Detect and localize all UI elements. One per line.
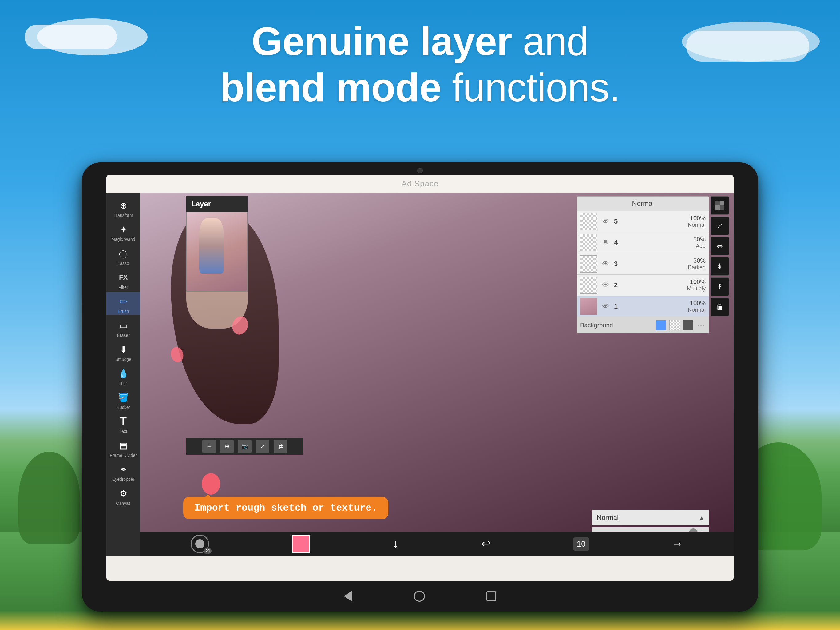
layer-row-1[interactable]: 👁 1 100% Normal <box>577 296 709 317</box>
checker-tool-icon[interactable] <box>711 196 729 215</box>
layer-2-mode: Multiply <box>687 285 706 292</box>
brush-size-control[interactable]: 20 <box>191 535 209 553</box>
app-content: Ad Space ⊕ Transform ✦ Magic Wand ◌ Lass… <box>106 175 734 581</box>
brush-dot <box>195 539 204 548</box>
dropdown-arrow-icon: ▲ <box>699 514 704 521</box>
tool-frame-divider[interactable]: ▤ Frame Divider <box>106 436 140 459</box>
delete-icon[interactable]: 🗑 <box>711 298 729 316</box>
layer-more-button[interactable]: ⋯ <box>696 321 706 330</box>
download-icon[interactable]: ↓ <box>393 537 398 550</box>
headline-bold1: Genuine layer <box>251 19 512 64</box>
tool-eyedropper[interactable]: ✒ Eyedropper <box>106 460 140 483</box>
layer-add-btn[interactable]: + <box>202 440 216 453</box>
layer-1-eye[interactable]: 👁 <box>600 301 611 312</box>
lasso-label: Lasso <box>117 261 129 266</box>
tool-lasso[interactable]: ◌ Lasso <box>106 244 140 267</box>
canvas-bottom-toolbar: 20 ↓ ↩ 10 → <box>140 532 734 556</box>
tablet-outer: Ad Space ⊕ Transform ✦ Magic Wand ◌ Lass… <box>82 162 758 611</box>
normal-dropdown[interactable]: Normal ▲ <box>592 510 709 526</box>
tablet-screen: Ad Space ⊕ Transform ✦ Magic Wand ◌ Lass… <box>106 175 734 581</box>
canvas-area[interactable]: Layer Normal <box>140 193 734 556</box>
tool-brush[interactable]: ✏ Brush <box>106 292 140 315</box>
brush-icon: ✏ <box>117 295 130 308</box>
layer-4-info: 50% Add <box>624 236 706 250</box>
brush-label: Brush <box>118 309 129 314</box>
right-arrow-icon[interactable]: → <box>672 537 683 550</box>
move-down-icon[interactable]: ↡ <box>711 257 729 275</box>
layer-camera-btn[interactable]: 📷 <box>238 440 251 453</box>
headline-light1: and <box>512 19 589 64</box>
tablet-camera <box>417 168 423 174</box>
svg-rect-3 <box>715 206 720 210</box>
layer-5-opacity: 100% <box>690 215 706 222</box>
headline-light2: functions. <box>441 65 620 110</box>
magic-wand-label: Magic Wand <box>111 237 135 242</box>
tool-blur[interactable]: 💧 Blur <box>106 364 140 387</box>
layer-2-info: 100% Multiply <box>624 279 706 292</box>
tool-eraser[interactable]: ▭ Eraser <box>106 316 140 339</box>
magic-wand-icon: ✦ <box>117 223 130 236</box>
layer-row-4[interactable]: 👁 4 50% Add <box>577 232 709 253</box>
lasso-icon: ◌ <box>117 247 130 260</box>
layer-1-opacity: 100% <box>690 300 706 307</box>
layer-copy-btn[interactable]: ⊕ <box>220 440 234 453</box>
page-counter: 10 <box>573 537 589 551</box>
blur-icon: 💧 <box>117 367 130 380</box>
move-up-icon[interactable]: ↟ <box>711 277 729 296</box>
tooltip-bubble: Import rough sketch or texture. <box>183 497 388 519</box>
layer-3-opacity: 30% <box>693 257 706 264</box>
bg-color-blue[interactable] <box>656 320 666 330</box>
blur-label: Blur <box>120 381 127 386</box>
layer-thumbnail <box>186 212 248 291</box>
undo-icon[interactable]: ↩ <box>481 537 490 550</box>
flip-icon[interactable]: ⇔ <box>711 237 729 255</box>
filter-icon: FX <box>117 271 130 284</box>
layer-row-2[interactable]: 👁 2 100% Multiply <box>577 275 709 296</box>
tool-smudge[interactable]: ⬇ Smudge <box>106 340 140 363</box>
nav-back-icon[interactable] <box>344 590 352 602</box>
nav-recent-icon[interactable] <box>486 591 496 601</box>
ad-bar-text: Ad Space <box>401 179 439 188</box>
nav-home-icon[interactable] <box>414 590 425 602</box>
tool-bucket[interactable]: 🪣 Bucket <box>106 388 140 411</box>
layer-btn-row: + ⊕ 📷 ⤢ ⇄ <box>186 438 303 455</box>
layer-merge-btn[interactable]: ⇄ <box>274 440 287 453</box>
layer-5-eye[interactable]: 👁 <box>600 216 611 227</box>
svg-rect-0 <box>715 201 720 206</box>
layer-4-thumb <box>580 234 597 251</box>
tool-filter[interactable]: FX Filter <box>106 268 140 291</box>
tool-transform[interactable]: ⊕ Transform <box>106 196 140 219</box>
normal-dropdown-label: Normal <box>597 514 696 522</box>
color-swatch[interactable] <box>292 535 310 553</box>
left-toolbar: ⊕ Transform ✦ Magic Wand ◌ Lasso FX Filt… <box>106 193 140 556</box>
ad-bar: Ad Space <box>106 175 734 193</box>
layer-5-info: 100% Normal <box>624 215 706 228</box>
layer-3-eye[interactable]: 👁 <box>600 259 611 269</box>
tooltip-text: Import rough sketch or texture. <box>194 502 377 514</box>
eyedropper-label: Eyedropper <box>112 477 134 482</box>
layer-row-3[interactable]: 👁 3 30% Darken <box>577 253 709 275</box>
text-icon: T <box>117 415 130 428</box>
layer-4-eye[interactable]: 👁 <box>600 237 611 248</box>
headline-bold2: blend mode <box>220 65 441 110</box>
layer-import-btn[interactable]: ⤢ <box>256 440 269 453</box>
layer-1-thumb <box>580 298 597 315</box>
layer-5-mode: Normal <box>688 222 706 228</box>
layer-5-thumb <box>580 213 597 230</box>
tool-text[interactable]: T Text <box>106 412 140 435</box>
tooltip-arrow <box>205 491 211 497</box>
layer-row-5[interactable]: 👁 5 100% Normal <box>577 211 709 232</box>
tablet: Ad Space ⊕ Transform ✦ Magic Wand ◌ Lass… <box>82 162 758 611</box>
bg-checker[interactable] <box>669 320 680 330</box>
bg-dark[interactable] <box>683 320 693 330</box>
tool-canvas[interactable]: ⚙ Canvas <box>106 484 140 507</box>
layer-4-num: 4 <box>614 239 621 247</box>
layer-1-mode: Normal <box>688 307 706 313</box>
tool-magic-wand[interactable]: ✦ Magic Wand <box>106 220 140 243</box>
bucket-icon: 🪣 <box>117 391 130 404</box>
canvas-icon: ⚙ <box>117 487 130 500</box>
petal3 <box>202 473 220 495</box>
layer-2-eye[interactable]: 👁 <box>600 280 611 290</box>
transform-right-icon[interactable]: ⤢ <box>711 217 729 235</box>
text-label: Text <box>119 429 127 434</box>
